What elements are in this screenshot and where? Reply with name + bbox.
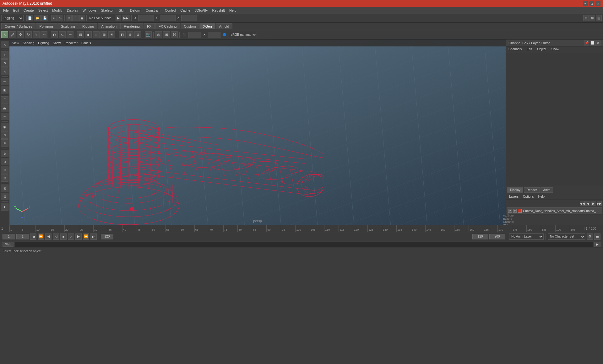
frame-start-input[interactable] <box>3 234 15 239</box>
snap-live-btn[interactable]: ⊕ <box>127 31 133 38</box>
menu-control[interactable]: Control <box>163 8 178 13</box>
lang-tab[interactable]: MEL <box>3 242 14 247</box>
layer-playback-btn[interactable]: P <box>513 209 517 213</box>
help-subtab[interactable]: Help <box>536 195 546 199</box>
menu-windows[interactable]: Windows <box>81 8 99 13</box>
menu-cache[interactable]: Cache <box>178 8 192 13</box>
save-scene-btn[interactable]: 💾 <box>41 15 48 21</box>
menu-3dtall[interactable]: 3DtoAll▾ <box>193 8 209 13</box>
panel-pin-btn[interactable]: 📌 <box>584 40 589 46</box>
exposure-input[interactable]: 0.00 <box>188 32 201 38</box>
tab-xgen[interactable]: XGen <box>199 23 215 29</box>
go-start-btn[interactable]: ⏮ <box>30 233 36 240</box>
rotate-btn[interactable]: ↻ <box>25 31 32 38</box>
prefs-btn[interactable]: ☰ <box>594 233 600 240</box>
lasso-btn[interactable]: ⊂ <box>59 31 66 38</box>
select-tool-btn[interactable]: ↖ <box>1 31 8 38</box>
layer-color-swatch[interactable] <box>518 209 522 213</box>
tab-polygons[interactable]: Polygons <box>36 23 57 29</box>
isolate-btn[interactable]: ◎ <box>155 31 162 38</box>
channels-tab[interactable]: Channels <box>506 46 524 53</box>
undo-btn[interactable]: ↩ <box>51 15 57 21</box>
menu-file[interactable]: File <box>1 8 11 13</box>
object-tab[interactable]: Object <box>535 46 549 53</box>
menu-select[interactable]: Select <box>36 8 50 13</box>
anim-tab[interactable]: Anim <box>541 187 553 193</box>
vp-panels-menu[interactable]: Panels <box>80 41 93 45</box>
deform-lt-btn[interactable]: ⊸ <box>1 113 8 120</box>
layer-next-btn[interactable]: ▶ <box>591 201 596 206</box>
frame-end-input[interactable] <box>101 234 113 239</box>
render-btn[interactable]: ▶ <box>116 15 121 21</box>
menu-deform[interactable]: Deform <box>128 8 143 13</box>
menu-modify[interactable]: Modify <box>50 8 64 13</box>
move-lt-btn[interactable]: ✛ <box>1 51 8 59</box>
menu-constrain[interactable]: Constrain <box>144 8 162 13</box>
manip-btn[interactable]: ⊗ <box>134 31 141 38</box>
render-tab[interactable]: Render <box>524 187 540 193</box>
bench1-btn[interactable]: ⊜ <box>1 150 8 157</box>
panel-expand-btn[interactable]: ⬜ <box>590 40 595 46</box>
soft-select-btn[interactable]: ◐ <box>51 31 58 38</box>
command-input[interactable] <box>15 242 593 247</box>
next-frame-btn[interactable]: ⏩ <box>83 233 89 240</box>
tab-sculpting[interactable]: Sculpting <box>57 23 79 29</box>
layout-btn3[interactable]: ▤ <box>596 15 602 21</box>
menu-help[interactable]: Help <box>227 8 238 13</box>
grid2-btn[interactable]: ⊞ <box>163 31 170 38</box>
maximize-button[interactable]: □ <box>589 1 594 6</box>
play-fwd-btn[interactable]: ▷ <box>68 233 74 240</box>
prev-key-btn[interactable]: ◀ <box>45 233 52 240</box>
next-key-btn[interactable]: ▶ <box>75 233 82 240</box>
options-subtab[interactable]: Options <box>521 195 535 199</box>
layer-visibility-btn[interactable]: V <box>508 209 512 213</box>
wire-btn[interactable]: ⊟ <box>77 31 84 38</box>
frame-current-input[interactable] <box>16 234 29 239</box>
joint-lt-btn[interactable]: ◉ <box>1 123 8 131</box>
timeline-ruler-bar[interactable]: 1 15101520253035404550556065707580859095… <box>0 225 603 232</box>
menu-edit[interactable]: Edit <box>11 8 21 13</box>
curve-lt-btn[interactable]: ⌒ <box>1 96 8 104</box>
go-btn[interactable]: ▶ <box>594 242 600 247</box>
textured-btn[interactable]: ▦ <box>100 31 107 38</box>
tab-animation[interactable]: Animation <box>98 23 120 29</box>
vp-show-menu[interactable]: Show <box>51 41 62 45</box>
bench2-btn[interactable]: ⊝ <box>1 158 8 165</box>
stop-btn[interactable]: ■ <box>60 233 67 240</box>
minimize-button[interactable]: − <box>583 1 588 6</box>
layer-prev2-btn[interactable]: ◀ <box>585 201 590 206</box>
layer-next2-btn[interactable]: ▶▶ <box>597 201 602 206</box>
mode-select[interactable]: Rigging Animation Modeling <box>1 15 24 21</box>
x-input[interactable] <box>138 15 154 21</box>
anim-end-input[interactable] <box>472 234 488 239</box>
bench3-btn[interactable]: ⊞ <box>1 166 8 174</box>
gamma-input[interactable]: 1.00 <box>208 32 220 38</box>
tab-rigging[interactable]: Rigging <box>79 23 97 29</box>
menu-create[interactable]: Create <box>22 8 36 13</box>
layout-btn1[interactable]: ⊟ <box>583 15 589 21</box>
panel-close-btn[interactable]: ✕ <box>595 40 600 46</box>
smooth-btn[interactable]: ▪ <box>93 31 100 38</box>
xray-btn[interactable]: ◧ <box>119 31 126 38</box>
ik-lt-btn[interactable]: ⊙ <box>1 131 8 139</box>
ipr-btn[interactable]: ▶▶ <box>122 15 130 21</box>
snap-point-btn[interactable]: ◉ <box>79 15 85 21</box>
bench4-btn[interactable]: ⊟ <box>1 174 8 182</box>
layout-btn2[interactable]: ⊞ <box>589 15 595 21</box>
light-btn[interactable]: ☀ <box>108 31 115 38</box>
play-back-btn[interactable]: ◁ <box>53 233 59 240</box>
flat-btn[interactable]: ■ <box>85 31 92 38</box>
show-tab[interactable]: Show <box>549 46 562 53</box>
menu-display[interactable]: Display <box>65 8 80 13</box>
tab-arnold[interactable]: Arnold <box>216 23 233 29</box>
snap-curve-btn[interactable]: ⌒ <box>72 15 79 21</box>
viewport-3d[interactable]: View Shading Lighting Show Renderer Pane… <box>9 40 506 225</box>
open-scene-btn[interactable]: 📂 <box>34 15 41 21</box>
layers-subtab[interactable]: Layers <box>507 195 520 199</box>
snap-grid-btn[interactable]: ⊞ <box>66 15 72 21</box>
select-lt-btn[interactable]: ↖ <box>1 41 8 48</box>
component-lt-btn[interactable]: ▣ <box>1 86 8 94</box>
paint-btn[interactable]: 🖊 <box>9 31 16 38</box>
scale-btn[interactable]: ⤡ <box>33 31 40 38</box>
vp-lighting-menu[interactable]: Lighting <box>36 41 51 45</box>
